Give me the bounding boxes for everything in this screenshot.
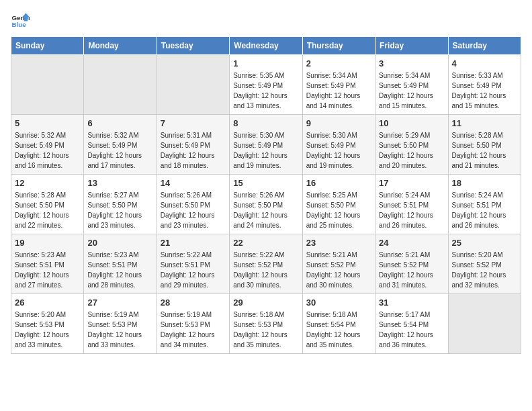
day-info: Sunrise: 5:18 AM Sunset: 5:54 PM Dayligh… (306, 310, 371, 350)
day-number: 19 (15, 238, 80, 248)
day-number: 11 (452, 118, 517, 128)
calendar-cell: 27Sunrise: 5:19 AM Sunset: 5:53 PM Dayli… (84, 294, 157, 354)
day-header-tuesday: Tuesday (157, 37, 229, 55)
calendar-cell: 21Sunrise: 5:22 AM Sunset: 5:51 PM Dayli… (157, 234, 229, 294)
day-number: 21 (161, 238, 226, 248)
day-header-thursday: Thursday (302, 37, 375, 55)
calendar-cell: 1Sunrise: 5:35 AM Sunset: 5:49 PM Daylig… (230, 55, 302, 115)
day-info: Sunrise: 5:30 AM Sunset: 5:49 PM Dayligh… (306, 130, 371, 171)
day-number: 23 (306, 238, 371, 248)
calendar-cell: 4Sunrise: 5:33 AM Sunset: 5:49 PM Daylig… (448, 55, 521, 115)
day-number: 3 (379, 58, 444, 68)
day-info: Sunrise: 5:28 AM Sunset: 5:50 PM Dayligh… (15, 190, 80, 230)
calendar-cell: 11Sunrise: 5:28 AM Sunset: 5:50 PM Dayli… (448, 115, 521, 175)
page-header: General Blue (11, 11, 521, 30)
day-info: Sunrise: 5:32 AM Sunset: 5:49 PM Dayligh… (87, 130, 152, 171)
calendar-cell: 17Sunrise: 5:24 AM Sunset: 5:51 PM Dayli… (375, 175, 448, 234)
day-info: Sunrise: 5:19 AM Sunset: 5:53 PM Dayligh… (87, 310, 152, 350)
day-number: 24 (379, 238, 444, 248)
day-number: 29 (233, 298, 298, 308)
calendar-week-row: 26Sunrise: 5:20 AM Sunset: 5:53 PM Dayli… (11, 294, 521, 354)
day-header-wednesday: Wednesday (230, 37, 302, 55)
calendar-cell: 31Sunrise: 5:17 AM Sunset: 5:54 PM Dayli… (375, 294, 448, 354)
day-number: 31 (379, 298, 444, 308)
calendar-cell: 16Sunrise: 5:25 AM Sunset: 5:50 PM Dayli… (302, 175, 375, 234)
calendar-cell: 14Sunrise: 5:26 AM Sunset: 5:50 PM Dayli… (157, 175, 229, 234)
day-info: Sunrise: 5:24 AM Sunset: 5:51 PM Dayligh… (379, 190, 444, 230)
calendar-cell: 28Sunrise: 5:19 AM Sunset: 5:53 PM Dayli… (157, 294, 229, 354)
day-number: 1 (233, 58, 298, 68)
day-number: 15 (233, 178, 298, 188)
calendar-cell: 8Sunrise: 5:30 AM Sunset: 5:49 PM Daylig… (230, 115, 302, 175)
day-number: 9 (306, 118, 371, 128)
day-number: 25 (452, 238, 517, 248)
day-number: 5 (15, 118, 80, 128)
calendar-cell: 18Sunrise: 5:24 AM Sunset: 5:51 PM Dayli… (448, 175, 521, 234)
day-info: Sunrise: 5:22 AM Sunset: 5:51 PM Dayligh… (161, 250, 226, 290)
day-info: Sunrise: 5:30 AM Sunset: 5:49 PM Dayligh… (233, 130, 298, 171)
day-header-friday: Friday (375, 37, 448, 55)
day-info: Sunrise: 5:32 AM Sunset: 5:49 PM Dayligh… (15, 130, 80, 171)
day-number: 13 (87, 178, 152, 188)
calendar-cell: 3Sunrise: 5:34 AM Sunset: 5:49 PM Daylig… (375, 55, 448, 115)
day-number: 22 (233, 238, 298, 248)
calendar-cell: 9Sunrise: 5:30 AM Sunset: 5:49 PM Daylig… (302, 115, 375, 175)
calendar-cell: 13Sunrise: 5:27 AM Sunset: 5:50 PM Dayli… (84, 175, 157, 234)
calendar-cell: 15Sunrise: 5:26 AM Sunset: 5:50 PM Dayli… (230, 175, 302, 234)
day-info: Sunrise: 5:21 AM Sunset: 5:52 PM Dayligh… (379, 250, 444, 290)
day-info: Sunrise: 5:23 AM Sunset: 5:51 PM Dayligh… (87, 250, 152, 290)
day-number: 26 (15, 298, 80, 308)
svg-text:Blue: Blue (11, 21, 26, 28)
calendar-cell: 22Sunrise: 5:22 AM Sunset: 5:52 PM Dayli… (230, 234, 302, 294)
day-info: Sunrise: 5:27 AM Sunset: 5:50 PM Dayligh… (87, 190, 152, 230)
calendar-cell: 25Sunrise: 5:20 AM Sunset: 5:52 PM Dayli… (448, 234, 521, 294)
day-info: Sunrise: 5:23 AM Sunset: 5:51 PM Dayligh… (15, 250, 80, 290)
day-number: 28 (161, 298, 226, 308)
day-number: 30 (306, 298, 371, 308)
day-info: Sunrise: 5:19 AM Sunset: 5:53 PM Dayligh… (161, 310, 226, 350)
calendar-week-row: 5Sunrise: 5:32 AM Sunset: 5:49 PM Daylig… (11, 115, 521, 175)
day-info: Sunrise: 5:34 AM Sunset: 5:49 PM Dayligh… (306, 71, 371, 111)
calendar-cell: 2Sunrise: 5:34 AM Sunset: 5:49 PM Daylig… (302, 55, 375, 115)
logo: General Blue (11, 11, 32, 30)
calendar-cell: 24Sunrise: 5:21 AM Sunset: 5:52 PM Dayli… (375, 234, 448, 294)
day-number: 27 (87, 298, 152, 308)
day-info: Sunrise: 5:34 AM Sunset: 5:49 PM Dayligh… (379, 71, 444, 111)
calendar-cell: 12Sunrise: 5:28 AM Sunset: 5:50 PM Dayli… (11, 175, 84, 234)
day-info: Sunrise: 5:26 AM Sunset: 5:50 PM Dayligh… (161, 190, 226, 230)
calendar-cell (157, 55, 229, 115)
day-number: 16 (306, 178, 371, 188)
calendar-cell (448, 294, 521, 354)
calendar-cell: 26Sunrise: 5:20 AM Sunset: 5:53 PM Dayli… (11, 294, 84, 354)
day-info: Sunrise: 5:24 AM Sunset: 5:51 PM Dayligh… (452, 190, 517, 230)
day-info: Sunrise: 5:31 AM Sunset: 5:49 PM Dayligh… (161, 130, 226, 171)
day-number: 2 (306, 58, 371, 68)
calendar-week-row: 12Sunrise: 5:28 AM Sunset: 5:50 PM Dayli… (11, 175, 521, 234)
day-number: 6 (87, 118, 152, 128)
calendar-header: SundayMondayTuesdayWednesdayThursdayFrid… (11, 37, 521, 55)
calendar-cell: 10Sunrise: 5:29 AM Sunset: 5:50 PM Dayli… (375, 115, 448, 175)
day-number: 17 (379, 178, 444, 188)
calendar-week-row: 1Sunrise: 5:35 AM Sunset: 5:49 PM Daylig… (11, 55, 521, 115)
day-info: Sunrise: 5:35 AM Sunset: 5:49 PM Dayligh… (233, 71, 298, 111)
day-info: Sunrise: 5:29 AM Sunset: 5:50 PM Dayligh… (379, 130, 444, 171)
calendar-cell: 23Sunrise: 5:21 AM Sunset: 5:52 PM Dayli… (302, 234, 375, 294)
day-info: Sunrise: 5:20 AM Sunset: 5:52 PM Dayligh… (452, 250, 517, 290)
logo-icon: General Blue (11, 11, 30, 30)
day-info: Sunrise: 5:28 AM Sunset: 5:50 PM Dayligh… (452, 130, 517, 171)
calendar-cell: 19Sunrise: 5:23 AM Sunset: 5:51 PM Dayli… (11, 234, 84, 294)
day-number: 8 (233, 118, 298, 128)
day-number: 10 (379, 118, 444, 128)
day-number: 4 (452, 58, 517, 68)
day-header-monday: Monday (84, 37, 157, 55)
calendar-week-row: 19Sunrise: 5:23 AM Sunset: 5:51 PM Dayli… (11, 234, 521, 294)
day-number: 12 (15, 178, 80, 188)
day-info: Sunrise: 5:20 AM Sunset: 5:53 PM Dayligh… (15, 310, 80, 350)
calendar-table: SundayMondayTuesdayWednesdayThursdayFrid… (11, 36, 521, 354)
day-info: Sunrise: 5:33 AM Sunset: 5:49 PM Dayligh… (452, 71, 517, 111)
day-number: 20 (87, 238, 152, 248)
calendar-cell: 6Sunrise: 5:32 AM Sunset: 5:49 PM Daylig… (84, 115, 157, 175)
day-info: Sunrise: 5:22 AM Sunset: 5:52 PM Dayligh… (233, 250, 298, 290)
day-number: 14 (161, 178, 226, 188)
calendar-cell: 7Sunrise: 5:31 AM Sunset: 5:49 PM Daylig… (157, 115, 229, 175)
